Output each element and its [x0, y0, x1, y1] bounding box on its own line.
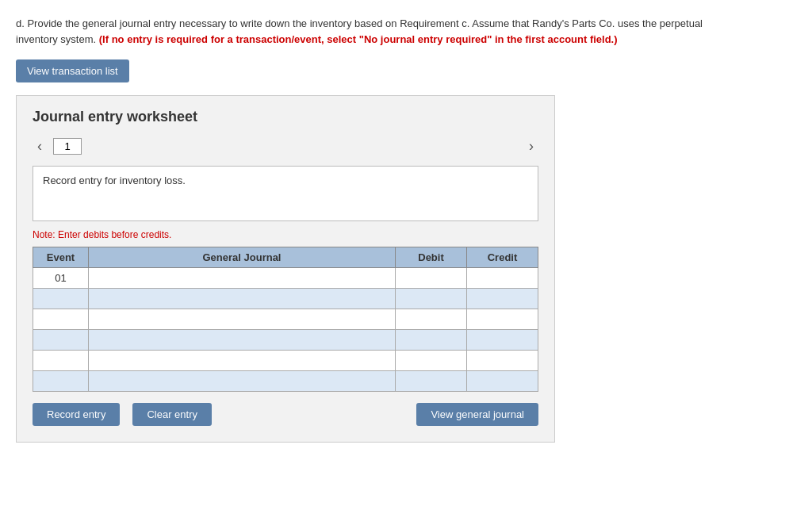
- col-header-debit: Debit: [396, 247, 467, 268]
- event-cell: [33, 371, 89, 392]
- event-cell: [33, 330, 89, 351]
- journal-cell[interactable]: [89, 330, 396, 351]
- credit-cell[interactable]: [467, 371, 538, 392]
- view-general-journal-button[interactable]: View general journal: [416, 403, 538, 426]
- debit-cell[interactable]: [396, 268, 467, 289]
- debit-input[interactable]: [396, 268, 466, 288]
- col-header-general-journal: General Journal: [89, 247, 396, 268]
- table-row: [33, 330, 538, 351]
- debit-cell[interactable]: [396, 351, 467, 371]
- clear-entry-button[interactable]: Clear entry: [132, 403, 212, 426]
- debit-input[interactable]: [396, 330, 466, 350]
- prev-page-button[interactable]: ‹: [33, 136, 47, 156]
- navigation-row: ‹ ›: [33, 136, 538, 156]
- page-number-input[interactable]: [53, 138, 82, 155]
- debit-cell[interactable]: [396, 330, 467, 351]
- table-row: [33, 351, 538, 371]
- journal-entry-table: Event General Journal Debit Credit 01: [33, 247, 538, 392]
- button-row: Record entry Clear entry View general jo…: [33, 403, 538, 426]
- event-cell: 01: [33, 268, 89, 289]
- view-transaction-button[interactable]: View transaction list: [16, 59, 129, 82]
- col-header-event: Event: [33, 247, 89, 268]
- debit-input[interactable]: [396, 371, 466, 391]
- journal-cell[interactable]: [89, 309, 396, 330]
- credit-input[interactable]: [467, 371, 538, 391]
- event-cell: [33, 289, 89, 309]
- debit-input[interactable]: [396, 309, 466, 329]
- record-entry-button[interactable]: Record entry: [33, 403, 120, 426]
- nav-left: ‹: [33, 136, 82, 156]
- credit-input[interactable]: [467, 309, 538, 329]
- credit-cell[interactable]: [467, 309, 538, 330]
- table-row: [33, 289, 538, 309]
- worksheet-title: Journal entry worksheet: [33, 109, 538, 125]
- journal-input[interactable]: [89, 371, 395, 391]
- table-row: [33, 309, 538, 330]
- col-header-credit: Credit: [467, 247, 538, 268]
- note-text: Note: Enter debits before credits.: [33, 229, 538, 240]
- credit-cell[interactable]: [467, 289, 538, 309]
- credit-cell[interactable]: [467, 351, 538, 371]
- journal-cell[interactable]: [89, 371, 396, 392]
- journal-cell[interactable]: [89, 268, 396, 289]
- event-cell: [33, 309, 89, 330]
- entry-description: Record entry for inventory loss.: [33, 166, 538, 221]
- debit-cell[interactable]: [396, 371, 467, 392]
- journal-input[interactable]: [89, 309, 395, 329]
- credit-input[interactable]: [467, 330, 538, 350]
- journal-input[interactable]: [89, 268, 395, 288]
- debit-input[interactable]: [396, 289, 466, 309]
- credit-input[interactable]: [467, 351, 538, 370]
- debit-cell[interactable]: [396, 289, 467, 309]
- table-row: [33, 371, 538, 392]
- event-cell: [33, 351, 89, 371]
- journal-cell[interactable]: [89, 289, 396, 309]
- table-row: 01: [33, 268, 538, 289]
- debit-input[interactable]: [396, 351, 466, 370]
- intro-text-highlight: (If no entry is required for a transacti…: [99, 33, 618, 45]
- journal-cell[interactable]: [89, 351, 396, 371]
- credit-input[interactable]: [467, 268, 538, 288]
- credit-input[interactable]: [467, 289, 538, 309]
- next-page-button[interactable]: ›: [524, 136, 538, 156]
- credit-cell[interactable]: [467, 330, 538, 351]
- journal-entry-worksheet: Journal entry worksheet ‹ › Record entry…: [16, 95, 555, 443]
- debit-cell[interactable]: [396, 309, 467, 330]
- intro-paragraph: d. Provide the general journal entry nec…: [16, 16, 745, 47]
- journal-input[interactable]: [89, 351, 395, 370]
- credit-cell[interactable]: [467, 268, 538, 289]
- journal-input[interactable]: [89, 289, 395, 309]
- journal-input[interactable]: [89, 330, 395, 350]
